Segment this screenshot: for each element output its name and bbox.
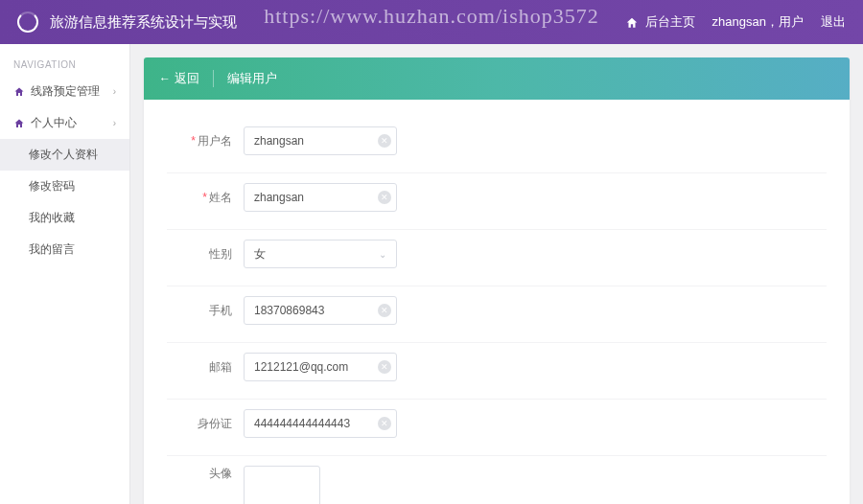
sidebar-item-label: 我的收藏 (29, 210, 75, 226)
clear-icon[interactable]: ✕ (378, 360, 391, 374)
nav-user-link[interactable]: zhangsan，用户 (712, 13, 804, 31)
form-row-realname: *姓名 ✕ (167, 173, 827, 230)
sidebar-item-profile[interactable]: 个人中心 › (0, 107, 129, 139)
logo-icon (17, 11, 38, 33)
chevron-right-icon: › (113, 86, 116, 97)
home-icon (13, 118, 25, 129)
sidebar-item-label: 我的留言 (29, 241, 75, 258)
nav-home-label: 后台主页 (645, 14, 695, 29)
panel-header: ← 返回 编辑用户 (144, 57, 850, 100)
sidebar-sub-messages[interactable]: 我的留言 (0, 234, 129, 265)
nav-home-link[interactable]: 后台主页 (625, 13, 695, 31)
form-row-idcard: 身份证 ✕ (167, 400, 827, 456)
edit-user-panel: ← 返回 编辑用户 *用户名 ✕ *姓名 (144, 57, 850, 504)
label-gender: 性别 (167, 246, 244, 263)
sidebar-item-label: 个人中心 (31, 115, 77, 131)
sidebar-item-routes[interactable]: 线路预定管理 › (0, 76, 129, 107)
back-button[interactable]: ← 返回 (159, 70, 199, 87)
app-title: 旅游信息推荐系统设计与实现 (50, 13, 237, 32)
sidebar-sub-edit-profile[interactable]: 修改个人资料 (0, 139, 129, 171)
watermark-text: https://www.huzhan.com/ishop3572 (264, 4, 599, 29)
sidebar-header: NAVIGATION (0, 54, 129, 76)
sidebar-item-label: 修改个人资料 (29, 147, 98, 163)
main-content: ← 返回 编辑用户 *用户名 ✕ *姓名 (130, 44, 863, 504)
label-phone: 手机 (167, 303, 244, 319)
sidebar-sub-favorites[interactable]: 我的收藏 (0, 202, 129, 234)
gender-select[interactable]: 女 ⌄ (244, 240, 397, 268)
sidebar-item-label: 修改密码 (29, 178, 75, 195)
phone-input[interactable] (244, 296, 397, 325)
sidebar: NAVIGATION 线路预定管理 › 个人中心 › 修改个人资料 修改密码 我… (0, 44, 130, 504)
clear-icon[interactable]: ✕ (378, 134, 391, 148)
form-row-avatar: 头像 (167, 456, 827, 504)
username-input[interactable] (244, 126, 397, 155)
avatar-upload-box[interactable] (244, 466, 320, 504)
nav-logout-link[interactable]: 退出 (821, 13, 846, 31)
clear-icon[interactable]: ✕ (378, 304, 391, 317)
label-realname: *姓名 (167, 190, 244, 206)
email-input[interactable] (244, 353, 397, 381)
form-row-phone: 手机 ✕ (167, 286, 827, 343)
sidebar-sub-change-password[interactable]: 修改密码 (0, 171, 129, 202)
header-divider (213, 70, 214, 87)
label-avatar: 头像 (167, 466, 244, 482)
label-email: 邮箱 (167, 359, 244, 376)
home-icon (13, 86, 25, 98)
label-idcard: 身份证 (167, 416, 244, 432)
clear-icon[interactable]: ✕ (378, 191, 391, 204)
arrow-left-icon: ← (159, 72, 171, 85)
realname-input[interactable] (244, 183, 397, 212)
form-row-email: 邮箱 ✕ (167, 343, 827, 400)
label-username: *用户名 (167, 133, 244, 149)
chevron-down-icon: ⌄ (379, 249, 386, 260)
clear-icon[interactable]: ✕ (378, 417, 391, 430)
chevron-right-icon: › (113, 118, 116, 128)
panel-body: *用户名 ✕ *姓名 ✕ 性别 女 (144, 100, 850, 504)
form-row-gender: 性别 女 ⌄ (167, 230, 827, 286)
form-row-username: *用户名 ✕ (167, 117, 827, 173)
idcard-input[interactable] (244, 409, 397, 438)
back-label: 返回 (175, 70, 199, 87)
panel-title: 编辑用户 (227, 70, 277, 87)
topbar: 旅游信息推荐系统设计与实现 https://www.huzhan.com/ish… (0, 0, 863, 44)
gender-value: 女 (254, 246, 266, 263)
sidebar-item-label: 线路预定管理 (31, 83, 100, 100)
home-icon (625, 16, 639, 30)
